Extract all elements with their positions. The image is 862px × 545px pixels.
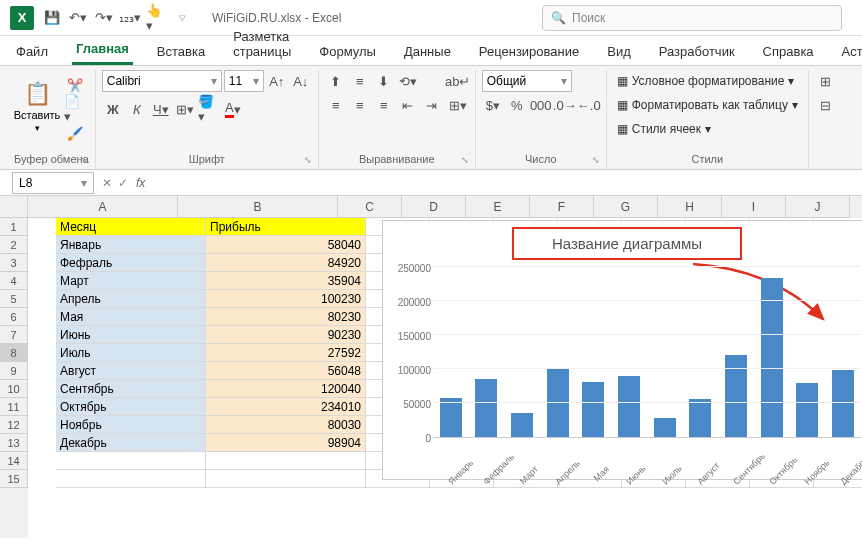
cell[interactable]: Июнь xyxy=(56,326,206,344)
currency-icon[interactable]: $▾ xyxy=(482,94,504,116)
cell[interactable]: 58040 xyxy=(206,236,366,254)
decrease-font-icon[interactable]: A↓ xyxy=(290,70,312,92)
cell[interactable]: Мая xyxy=(56,308,206,326)
row-header[interactable]: 2 xyxy=(0,236,28,254)
cell[interactable]: Март xyxy=(56,272,206,290)
cell[interactable]: 120040 xyxy=(206,380,366,398)
cell[interactable]: Август xyxy=(56,362,206,380)
row-header[interactable]: 8 xyxy=(0,344,28,362)
row-header[interactable]: 13 xyxy=(0,434,28,452)
row-header[interactable]: 4 xyxy=(0,272,28,290)
cell[interactable]: Декабрь xyxy=(56,434,206,452)
format-painter-icon[interactable]: 🖌️ xyxy=(64,122,86,144)
cell[interactable]: 80030 xyxy=(206,416,366,434)
cell[interactable] xyxy=(56,452,206,470)
cell[interactable]: 234010 xyxy=(206,398,366,416)
cell[interactable]: Месяц xyxy=(56,218,206,236)
cell[interactable]: Фефраль xyxy=(56,254,206,272)
row-header[interactable]: 11 xyxy=(0,398,28,416)
row-header[interactable]: 7 xyxy=(0,326,28,344)
redo-icon[interactable]: ↷▾ xyxy=(94,8,114,28)
search-box[interactable]: 🔍 Поиск xyxy=(542,5,842,31)
fx-icon[interactable]: fx xyxy=(136,176,145,190)
wrap-text-icon[interactable]: ab↵ xyxy=(447,70,469,92)
cell[interactable]: 98904 xyxy=(206,434,366,452)
name-box[interactable]: L8▾ xyxy=(12,172,94,194)
row-header[interactable]: 9 xyxy=(0,362,28,380)
chart-bar[interactable] xyxy=(761,278,783,437)
row-header[interactable]: 10 xyxy=(0,380,28,398)
column-header[interactable]: F xyxy=(530,196,594,218)
copy-icon[interactable]: 📄▾ xyxy=(64,98,86,120)
orientation-icon[interactable]: ⟲▾ xyxy=(397,70,419,92)
comma-icon[interactable]: 000 xyxy=(530,94,552,116)
column-header[interactable]: C xyxy=(338,196,402,218)
chart-bar[interactable] xyxy=(511,413,533,437)
font-name-select[interactable]: Calibri▾ xyxy=(102,70,222,92)
align-top-icon[interactable]: ⬆ xyxy=(325,70,347,92)
cell[interactable]: 35904 xyxy=(206,272,366,290)
formula-input[interactable] xyxy=(153,172,862,194)
number-format-select[interactable]: Общий▾ xyxy=(482,70,572,92)
underline-button[interactable]: Ч▾ xyxy=(150,98,172,120)
cell[interactable]: 56048 xyxy=(206,362,366,380)
touch-icon[interactable]: 👆▾ xyxy=(146,8,166,28)
cell[interactable]: 90230 xyxy=(206,326,366,344)
column-header[interactable]: I xyxy=(722,196,786,218)
align-bottom-icon[interactable]: ⬇ xyxy=(373,70,395,92)
borders-icon[interactable]: ⊞▾ xyxy=(174,98,196,120)
chart-bar[interactable] xyxy=(832,370,854,437)
column-header[interactable]: E xyxy=(466,196,530,218)
align-middle-icon[interactable]: ≡ xyxy=(349,70,371,92)
cut-icon[interactable]: ✂️ xyxy=(64,74,86,96)
column-header[interactable]: J xyxy=(786,196,850,218)
chart-bar[interactable] xyxy=(440,398,462,437)
column-header[interactable]: G xyxy=(594,196,658,218)
row-header[interactable]: 1 xyxy=(0,218,28,236)
merge-icon[interactable]: ⊞▾ xyxy=(447,94,469,116)
tab-справка[interactable]: Справка xyxy=(759,38,818,65)
cell[interactable]: Июль xyxy=(56,344,206,362)
tab-вид[interactable]: Вид xyxy=(603,38,635,65)
indent-inc-icon[interactable]: ⇥ xyxy=(421,94,443,116)
row-header[interactable]: 6 xyxy=(0,308,28,326)
cell[interactable]: Октябрь xyxy=(56,398,206,416)
align-left-icon[interactable]: ≡ xyxy=(325,94,347,116)
launcher-icon[interactable]: ⤡ xyxy=(461,155,469,165)
decimal-dec-icon[interactable]: ←.0 xyxy=(578,94,600,116)
format-as-table-button[interactable]: ▦Форматировать как таблицу▾ xyxy=(613,94,802,116)
font-color-icon[interactable]: A▾ xyxy=(222,98,244,120)
tab-файл[interactable]: Файл xyxy=(12,38,52,65)
cell[interactable]: Прибыль xyxy=(206,218,366,236)
column-header[interactable]: D xyxy=(402,196,466,218)
row-header[interactable]: 3 xyxy=(0,254,28,272)
chart-bar[interactable] xyxy=(689,399,711,437)
column-header[interactable]: H xyxy=(658,196,722,218)
tab-разработчик[interactable]: Разработчик xyxy=(655,38,739,65)
launcher-icon[interactable]: ⤡ xyxy=(592,155,600,165)
italic-button[interactable]: К xyxy=(126,98,148,120)
row-header[interactable]: 15 xyxy=(0,470,28,488)
enter-formula-icon[interactable]: ✓ xyxy=(118,176,128,190)
tab-главная[interactable]: Главная xyxy=(72,35,133,65)
tab-формулы[interactable]: Формулы xyxy=(315,38,380,65)
cancel-formula-icon[interactable]: ✕ xyxy=(102,176,112,190)
cell[interactable]: 27592 xyxy=(206,344,366,362)
align-right-icon[interactable]: ≡ xyxy=(373,94,395,116)
chart-bar[interactable] xyxy=(618,376,640,437)
chart-bar[interactable] xyxy=(582,382,604,437)
cell[interactable]: Ноябрь xyxy=(56,416,206,434)
cell[interactable] xyxy=(206,470,366,488)
cell-styles-button[interactable]: ▦Стили ячеек▾ xyxy=(613,118,802,140)
tab-рецензирование[interactable]: Рецензирование xyxy=(475,38,583,65)
embedded-chart[interactable]: Название диаграммы 050000100000150000200… xyxy=(382,220,862,480)
font-size-select[interactable]: 11▾ xyxy=(224,70,264,92)
chart-title[interactable]: Название диаграммы xyxy=(512,227,742,260)
column-header[interactable]: A xyxy=(28,196,178,218)
launcher-icon[interactable]: ⤡ xyxy=(304,155,312,165)
undo-icon[interactable]: ↶▾ xyxy=(68,8,88,28)
cell[interactable] xyxy=(206,452,366,470)
fill-color-icon[interactable]: 🪣▾ xyxy=(198,98,220,120)
cell[interactable]: 84920 xyxy=(206,254,366,272)
tab-данные[interactable]: Данные xyxy=(400,38,455,65)
